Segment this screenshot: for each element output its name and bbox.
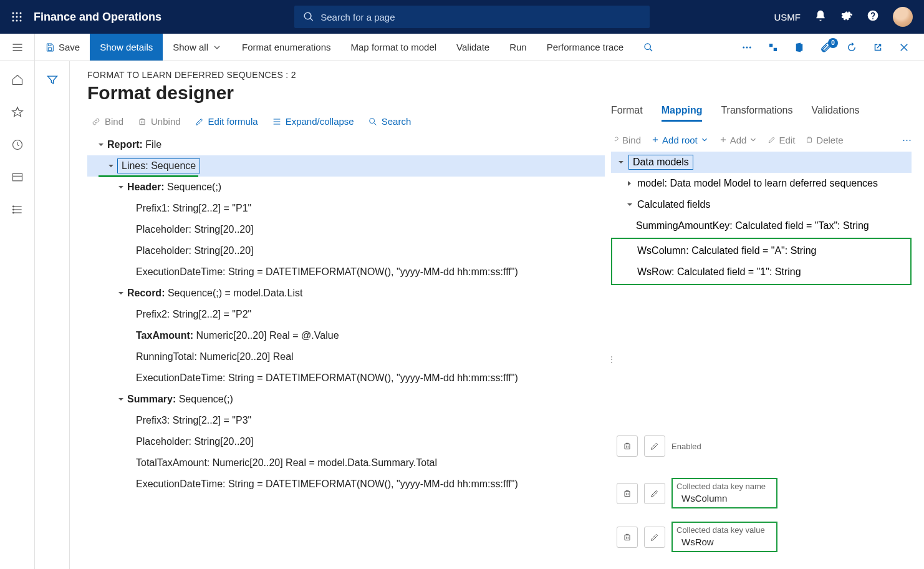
brand-title: Finance and Operations [34, 11, 170, 24]
tree-node-report[interactable]: Report: File [87, 134, 611, 155]
tree-search-button[interactable]: Search [368, 116, 411, 127]
tree-node[interactable]: Prefix2: String[2..2] = "P2" [87, 304, 611, 325]
tree-node[interactable]: Placeholder: String[20..20] [87, 219, 611, 240]
svg-point-24 [12, 206, 14, 207]
edit-icon[interactable] [644, 483, 665, 504]
tree-node[interactable]: ExecutionDateTime: String = DATETIMEFORM… [87, 474, 611, 495]
modules-icon[interactable] [11, 203, 24, 218]
mapping-node[interactable]: SummingAmountKey: Calculated field = "Ta… [611, 215, 912, 236]
mapping-toolbar: Bind Add root Add Edit Delete ⋯ [611, 134, 912, 145]
hamburger-icon[interactable] [0, 34, 35, 61]
page-title: Format designer [87, 82, 611, 104]
show-details-button[interactable]: Show details [90, 34, 163, 61]
left-nav-rail [0, 61, 35, 569]
tree-node[interactable]: ExecutionDateTime: String = DATETIMEFORM… [87, 261, 611, 283]
badge-count: 0 [828, 38, 838, 48]
workspace-icon[interactable] [11, 171, 24, 186]
mapping-node-model[interactable]: model: Data model Model to learn deferre… [611, 173, 912, 194]
bind-button[interactable]: Bind [91, 116, 123, 127]
tab-mapping[interactable]: Mapping [662, 105, 703, 122]
svg-rect-19 [12, 173, 22, 181]
mapping-node-wscolumn[interactable]: WsColumn: Calculated field = "A": String [612, 240, 910, 261]
search-input[interactable] [320, 12, 641, 22]
home-icon[interactable] [11, 74, 24, 89]
validate-button[interactable]: Validate [446, 34, 499, 61]
unbind-button[interactable]: Unbind [137, 116, 181, 127]
mapping-node-calculated-fields[interactable]: Calculated fields [611, 194, 912, 215]
tree-node[interactable]: TaxAmount: Numeric[20..20] Real = @.Valu… [87, 325, 611, 346]
save-button[interactable]: Save [35, 34, 90, 61]
delete-icon[interactable] [617, 483, 638, 504]
splitter-handle[interactable]: ⋮ [607, 354, 616, 364]
delete-button[interactable]: Delete [805, 135, 843, 145]
chevron-down-icon [212, 42, 222, 52]
delete-icon[interactable] [617, 435, 638, 457]
edit-formula-button[interactable]: Edit formula [195, 116, 258, 127]
tab-transformations[interactable]: Transformations [721, 105, 792, 122]
add-button[interactable]: Add [719, 135, 758, 145]
chevron-down-icon [700, 135, 709, 144]
office-icon[interactable] [792, 42, 807, 53]
app-launcher-icon[interactable] [0, 11, 34, 22]
mapping-bind-button[interactable]: Bind [611, 135, 641, 145]
attachments-icon[interactable]: 0 [818, 42, 833, 53]
performance-trace-button[interactable]: Performance trace [537, 34, 633, 61]
property-row-keyvalue: Collected data key value WsRow [617, 522, 913, 552]
top-bar: Finance and Operations USMF [0, 0, 924, 34]
map-format-button[interactable]: Map format to model [341, 34, 447, 61]
popout-icon[interactable] [870, 42, 885, 53]
avatar[interactable] [893, 7, 913, 27]
more-icon[interactable]: ⋯ [902, 134, 912, 145]
toolbar-search-button[interactable] [633, 34, 663, 61]
mapping-node-wsrow[interactable]: WsRow: Calculated field = "1": String [612, 261, 910, 283]
property-row-keyname: Collected data key name WsColumn [617, 478, 913, 508]
format-enumerations-button[interactable]: Format enumerations [232, 34, 341, 61]
edit-button[interactable]: Edit [768, 135, 795, 145]
edit-icon[interactable] [644, 527, 665, 548]
edit-icon[interactable] [644, 435, 665, 457]
help-icon[interactable] [867, 9, 879, 24]
svg-point-30 [369, 118, 374, 123]
clock-icon[interactable] [11, 139, 24, 153]
mapping-pane: ⋮ Format Mapping Transformations Validat… [611, 61, 924, 569]
svg-point-5 [20, 16, 22, 18]
entity-label[interactable]: USMF [774, 12, 801, 22]
tree-node[interactable]: RunningTotal: Numeric[20..20] Real [87, 346, 611, 367]
tree-node-record[interactable]: Record: Sequence(;) = model.Data.List [87, 283, 611, 304]
tab-format[interactable]: Format [611, 105, 643, 122]
svg-line-31 [374, 123, 376, 125]
tree-node[interactable]: Prefix1: String[2..2] = "P1" [87, 198, 611, 219]
svg-point-0 [12, 12, 14, 14]
delete-icon[interactable] [617, 527, 638, 548]
add-root-button[interactable]: Add root [651, 135, 709, 145]
refresh-icon[interactable] [844, 42, 859, 53]
tree-node[interactable]: Prefix3: String[2..2] = "P3" [87, 410, 611, 431]
star-icon[interactable] [11, 106, 24, 121]
tree-node-summary[interactable]: Summary: Sequence(;) [87, 389, 611, 410]
show-all-button[interactable]: Show all [163, 34, 232, 61]
svg-point-15 [743, 46, 744, 48]
bell-icon[interactable] [814, 9, 827, 24]
tree-node[interactable]: ExecutionDateTime: String = DATETIMEFORM… [87, 367, 611, 389]
tree-node-header[interactable]: Header: Sequence(;) [87, 177, 611, 198]
field-label: Collected data key value [676, 525, 772, 535]
mapping-node-data-models[interactable]: Data models [611, 152, 912, 173]
filter-pane-toggle[interactable] [35, 61, 70, 569]
connector-icon[interactable] [766, 42, 781, 53]
run-button[interactable]: Run [499, 34, 537, 61]
save-label: Save [59, 42, 80, 52]
tree-node[interactable]: Placeholder: String[20..20] [87, 431, 611, 452]
gear-icon[interactable] [840, 9, 853, 24]
tree-node[interactable]: Placeholder: String[20..20] [87, 240, 611, 261]
breadcrumb: FORMAT TO LEARN DEFERRED SEQUENCES : 2 [87, 70, 611, 80]
more-icon[interactable] [739, 42, 754, 53]
tree-node[interactable]: TotalTaxAmount: Numeric[20..20] Real = m… [87, 452, 611, 474]
search-icon [303, 11, 314, 22]
close-icon[interactable] [897, 42, 912, 53]
search-box[interactable] [294, 6, 650, 28]
expand-collapse-button[interactable]: Expand/collapse [272, 116, 354, 127]
field-value: WsRow [676, 535, 772, 547]
property-row-enabled: Enabled [617, 435, 913, 457]
tab-validations[interactable]: Validations [811, 105, 859, 122]
tree-node-lines[interactable]: Lines: Sequence [87, 155, 605, 177]
